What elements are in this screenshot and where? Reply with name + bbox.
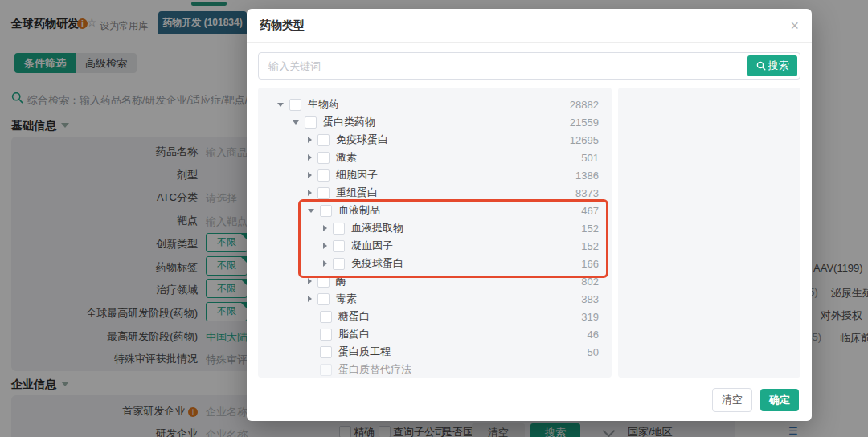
- tree-node-label[interactable]: 免疫球蛋白: [336, 133, 388, 147]
- tree-checkbox[interactable]: [320, 329, 332, 341]
- tree-node-label[interactable]: 脂蛋白: [338, 327, 370, 341]
- clear-button[interactable]: 清空: [712, 388, 752, 412]
- modal-search-button[interactable]: 搜索: [747, 55, 797, 76]
- tree-row[interactable]: 酶 802: [258, 272, 612, 290]
- tree-checkbox[interactable]: [317, 169, 330, 182]
- tree-checkbox[interactable]: [333, 240, 345, 252]
- search-icon: [756, 61, 766, 71]
- tree-row[interactable]: 糖蛋白 319: [258, 308, 612, 325]
- tree-expand-icon[interactable]: [308, 172, 312, 178]
- tree-expand-icon[interactable]: [308, 209, 314, 213]
- tree-checkbox[interactable]: [317, 187, 330, 199]
- tree-row[interactable]: 脂蛋白 46: [258, 325, 612, 343]
- tree-row[interactable]: 免疫球蛋白 166: [258, 255, 612, 272]
- tree-checkbox[interactable]: [320, 346, 332, 358]
- tree-node-count: 8373: [575, 187, 599, 199]
- tree-node-count: 46: [588, 329, 599, 341]
- tree-checkbox[interactable]: [333, 223, 345, 235]
- drug-type-tree: 生物药 28882 蛋白类药物 21559 免疫球蛋白 12695 激素 501…: [258, 88, 612, 378]
- tree-checkbox[interactable]: [317, 293, 330, 305]
- tree-expand-icon[interactable]: [308, 278, 312, 284]
- tree-node-count: 501: [581, 152, 599, 164]
- tree-row[interactable]: 血液提取物 152: [258, 219, 612, 237]
- tree-row[interactable]: 重组蛋白 8373: [258, 184, 612, 202]
- keyword-placeholder: 输入关键词: [268, 59, 321, 74]
- modal-header: 药物类型 ×: [247, 9, 812, 43]
- close-icon[interactable]: ×: [790, 18, 799, 33]
- tree-node-label[interactable]: 糖蛋白: [338, 309, 370, 324]
- tree-expand-icon[interactable]: [323, 225, 327, 231]
- tree-checkbox[interactable]: [305, 116, 317, 129]
- tree-row[interactable]: 毒素 383: [258, 290, 612, 308]
- tree-checkbox[interactable]: [317, 134, 330, 146]
- tree-node-label[interactable]: 酶: [336, 274, 346, 288]
- tree-row[interactable]: 凝血因子 152: [258, 237, 612, 255]
- tree-expand-icon[interactable]: [308, 154, 312, 161]
- tree-node-count: 319: [581, 311, 599, 323]
- tree-expand-icon[interactable]: [277, 103, 284, 107]
- tree-node-label[interactable]: 血液制品: [338, 203, 380, 218]
- tree-checkbox[interactable]: [289, 99, 301, 111]
- modal-footer: 清空 确定: [247, 378, 812, 421]
- tree-checkbox[interactable]: [317, 152, 330, 164]
- tree-node-count: 12695: [570, 134, 599, 146]
- tree-node-count: 383: [581, 293, 599, 305]
- tree-checkbox[interactable]: [320, 205, 332, 217]
- tree-node-count: 467: [581, 205, 599, 217]
- tree-node-count: 152: [581, 240, 599, 252]
- tree-node-label[interactable]: 蛋白质工程: [338, 345, 391, 359]
- modal-body: 生物药 28882 蛋白类药物 21559 免疫球蛋白 12695 激素 501…: [247, 88, 812, 378]
- tree-expand-icon[interactable]: [308, 190, 312, 196]
- tree-node-count: 21559: [570, 116, 599, 129]
- tree-node-count: 28882: [570, 99, 599, 111]
- tree-node-label[interactable]: 免疫球蛋白: [351, 256, 403, 271]
- tree-row[interactable]: 激素 501: [258, 149, 612, 166]
- tree-node-label[interactable]: 生物药: [308, 97, 339, 112]
- tree-row[interactable]: 蛋白质替代疗法: [258, 361, 612, 378]
- tree-checkbox[interactable]: [317, 276, 330, 288]
- tree-node-label[interactable]: 细胞因子: [336, 168, 378, 182]
- tree-node-label[interactable]: 凝血因子: [351, 239, 393, 253]
- tree-node-label[interactable]: 血液提取物: [351, 221, 403, 235]
- tree-expand-icon[interactable]: [323, 260, 327, 267]
- tree-row[interactable]: 生物药 28882: [258, 96, 612, 113]
- tree-node-count: 802: [581, 276, 599, 288]
- tree-row[interactable]: 血液制品 467: [258, 202, 612, 219]
- tree-node-label[interactable]: 重组蛋白: [336, 186, 378, 200]
- confirm-button[interactable]: 确定: [760, 389, 799, 411]
- tree-node-label[interactable]: 毒素: [336, 292, 357, 306]
- tree-row[interactable]: 蛋白质工程 50: [258, 343, 612, 361]
- tree-node-label[interactable]: 激素: [336, 150, 357, 165]
- modal-search-area: 输入关键词 搜索: [247, 43, 812, 88]
- drug-type-modal: 药物类型 × 输入关键词 搜索 生物药 28882 蛋白类药物 21559 免疫…: [247, 9, 812, 421]
- tree-node-label[interactable]: 蛋白类药物: [323, 115, 375, 129]
- tree-node-count: 1386: [575, 169, 599, 182]
- tree-row[interactable]: 细胞因子 1386: [258, 166, 612, 184]
- tree-expand-icon[interactable]: [293, 120, 299, 125]
- tree-checkbox[interactable]: [333, 258, 345, 270]
- tree-expand-icon[interactable]: [323, 243, 327, 249]
- selected-items-panel: [618, 88, 800, 378]
- keyword-input[interactable]: 输入关键词 搜索: [258, 52, 800, 80]
- modal-title: 药物类型: [260, 18, 305, 33]
- tree-expand-icon[interactable]: [308, 137, 312, 143]
- tree-row[interactable]: 免疫球蛋白 12695: [258, 131, 612, 149]
- tree-expand-icon[interactable]: [308, 296, 312, 302]
- tree-node-count: 166: [581, 258, 599, 270]
- tree-checkbox[interactable]: [320, 311, 332, 323]
- tree-checkbox[interactable]: [320, 364, 332, 376]
- tree-node-count: 50: [588, 346, 599, 358]
- tree-row[interactable]: 蛋白类药物 21559: [258, 113, 612, 131]
- tree-node-count: 152: [581, 223, 599, 235]
- tree-node-label[interactable]: 蛋白质替代疗法: [338, 362, 411, 377]
